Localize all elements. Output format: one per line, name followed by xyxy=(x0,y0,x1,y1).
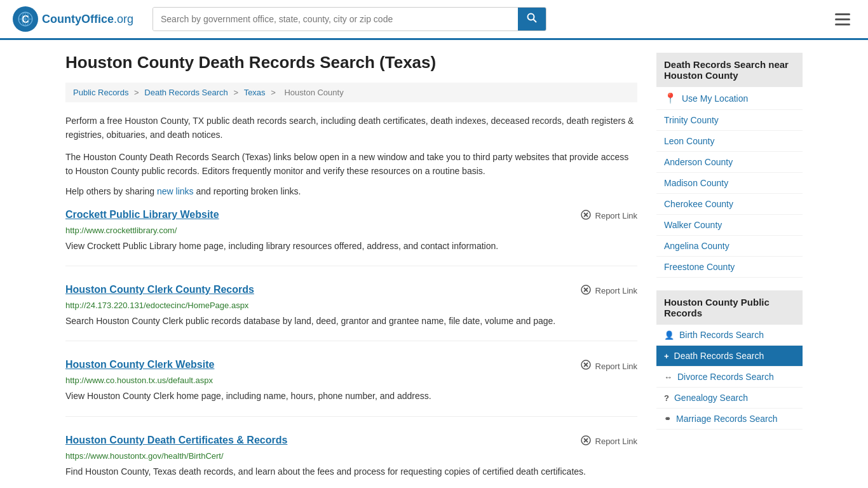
breadcrumb: Public Records > Death Records Search > … xyxy=(65,83,637,102)
nearby-county-item[interactable]: Walker County xyxy=(656,215,803,236)
new-links-link[interactable]: new links xyxy=(157,186,194,196)
menu-line-3 xyxy=(835,24,850,25)
nearby-county-item[interactable]: Madison County xyxy=(656,173,803,194)
record-type-link[interactable]: Death Records Search xyxy=(674,351,764,361)
svg-line-7 xyxy=(534,20,537,23)
report-icon xyxy=(580,284,592,298)
breadcrumb-sep-2: > xyxy=(233,88,240,97)
breadcrumb-texas[interactable]: Texas xyxy=(244,88,266,97)
breadcrumb-death-records[interactable]: Death Records Search xyxy=(144,88,228,97)
menu-line-2 xyxy=(835,18,850,20)
nearby-county-item[interactable]: Angelina County xyxy=(656,236,803,257)
logo-icon: C xyxy=(13,6,38,32)
report-label: Report Link xyxy=(595,437,637,446)
sidebar: Death Records Search near Houston County… xyxy=(656,53,803,488)
county-link[interactable]: Trinity County xyxy=(664,115,719,125)
report-label: Report Link xyxy=(595,211,637,220)
record-url: http://www.crockettlibrary.com/ xyxy=(65,226,637,235)
site-header: C CountyOffice.org xyxy=(0,0,868,40)
public-record-item[interactable]: + Death Records Search xyxy=(656,346,803,367)
public-records-list: 👤 Birth Records Search + Death Records S… xyxy=(656,325,803,430)
report-link[interactable]: Report Link xyxy=(580,435,637,449)
report-link[interactable]: Report Link xyxy=(580,284,637,298)
record-type-icon: + xyxy=(664,351,669,361)
record-title[interactable]: Houston County Clerk Website xyxy=(65,359,214,370)
record-title[interactable]: Houston County Death Certificates & Reco… xyxy=(65,435,287,446)
breadcrumb-public-records[interactable]: Public Records xyxy=(73,88,128,97)
page-title: Houston County Death Records Search (Tex… xyxy=(65,53,637,72)
nearby-section: Death Records Search near Houston County… xyxy=(656,53,803,278)
record-title[interactable]: Houston County Clerk County Records xyxy=(65,284,254,295)
report-link[interactable]: Report Link xyxy=(580,359,637,373)
report-link[interactable]: Report Link xyxy=(580,209,637,223)
public-records-header: Houston County Public Records xyxy=(656,290,803,325)
report-icon xyxy=(580,209,592,223)
public-record-item[interactable]: ↔ Divorce Records Search xyxy=(656,367,803,388)
record-type-icon: ↔ xyxy=(664,372,672,382)
logo-text: CountyOffice.org xyxy=(42,13,133,26)
search-bar xyxy=(153,7,546,31)
use-location-link[interactable]: Use My Location xyxy=(682,93,748,104)
main-content: Houston County Death Records Search (Tex… xyxy=(65,53,637,488)
public-record-item[interactable]: ? Genealogy Search xyxy=(656,388,803,409)
record-url: https://www.houstontx.gov/health/BirthCe… xyxy=(65,451,637,461)
record-type-link[interactable]: Divorce Records Search xyxy=(677,372,774,382)
use-location-item[interactable]: 📍 Use My Location xyxy=(656,87,803,110)
record-desc: View Houston County Clerk home page, inc… xyxy=(65,389,637,403)
public-record-item[interactable]: 👤 Birth Records Search xyxy=(656,325,803,346)
county-link[interactable]: Angelina County xyxy=(664,241,729,251)
county-link[interactable]: Madison County xyxy=(664,178,728,188)
record-item: Houston County Clerk Website Report Link… xyxy=(65,359,637,416)
logo-area: C CountyOffice.org xyxy=(13,6,140,32)
record-header: Houston County Clerk Website Report Link xyxy=(65,359,637,373)
help-text: Help others by sharing new links and rep… xyxy=(65,186,637,196)
report-icon xyxy=(580,359,592,373)
nearby-county-item[interactable]: Freestone County xyxy=(656,257,803,278)
record-title[interactable]: Crockett Public Library Website xyxy=(65,209,219,220)
public-record-item[interactable]: ⚭ Marriage Records Search xyxy=(656,409,803,430)
record-url: http://www.co.houston.tx.us/default.aspx xyxy=(65,376,637,385)
record-desc: View Crockett Public Library home page, … xyxy=(65,239,637,253)
breadcrumb-sep-1: > xyxy=(134,88,141,97)
nearby-counties-list: Trinity CountyLeon CountyAnderson County… xyxy=(656,110,803,278)
county-link[interactable]: Leon County xyxy=(664,136,714,146)
nearby-header: Death Records Search near Houston County xyxy=(656,53,803,87)
county-link[interactable]: Freestone County xyxy=(664,262,735,272)
record-header: Houston County Clerk County Records Repo… xyxy=(65,284,637,298)
search-input[interactable] xyxy=(153,8,518,30)
report-icon xyxy=(580,435,592,449)
county-link[interactable]: Cherokee County xyxy=(664,199,733,209)
record-type-icon: ⚭ xyxy=(664,414,671,424)
record-item: Crockett Public Library Website Report L… xyxy=(65,209,637,266)
record-item: Houston County Death Certificates & Reco… xyxy=(65,435,637,488)
nearby-county-item[interactable]: Anderson County xyxy=(656,152,803,173)
public-records-section: Houston County Public Records 👤 Birth Re… xyxy=(656,290,803,430)
record-type-link[interactable]: Marriage Records Search xyxy=(676,414,778,424)
record-desc: Find Houston County, Texas death records… xyxy=(65,464,637,478)
record-type-icon: 👤 xyxy=(664,330,674,340)
record-item: Houston County Clerk County Records Repo… xyxy=(65,284,637,341)
main-container: Houston County Death Records Search (Tex… xyxy=(53,40,815,488)
description-1: Perform a free Houston County, TX public… xyxy=(65,114,637,142)
nearby-county-item[interactable]: Trinity County xyxy=(656,110,803,131)
description-2: The Houston County Death Records Search … xyxy=(65,150,637,179)
county-link[interactable]: Anderson County xyxy=(664,157,733,167)
record-url: http://24.173.220.131/edoctecinc/HomePag… xyxy=(65,301,637,310)
record-type-icon: ? xyxy=(664,393,669,403)
breadcrumb-houston: Houston County xyxy=(284,88,343,97)
county-link[interactable]: Walker County xyxy=(664,220,722,230)
svg-point-6 xyxy=(528,14,534,20)
report-label: Report Link xyxy=(595,362,637,371)
nearby-county-item[interactable]: Cherokee County xyxy=(656,194,803,215)
menu-line-1 xyxy=(835,13,850,15)
record-type-link[interactable]: Genealogy Search xyxy=(674,393,748,403)
record-header: Houston County Death Certificates & Reco… xyxy=(65,435,637,449)
nearby-county-item[interactable]: Leon County xyxy=(656,131,803,152)
menu-button[interactable] xyxy=(830,11,855,28)
report-label: Report Link xyxy=(595,286,637,295)
records-list: Crockett Public Library Website Report L… xyxy=(65,209,637,488)
record-type-link[interactable]: Birth Records Search xyxy=(679,330,764,340)
record-header: Crockett Public Library Website Report L… xyxy=(65,209,637,223)
record-desc: Search Houston County Clerk public recor… xyxy=(65,314,637,328)
search-button[interactable] xyxy=(518,8,546,30)
